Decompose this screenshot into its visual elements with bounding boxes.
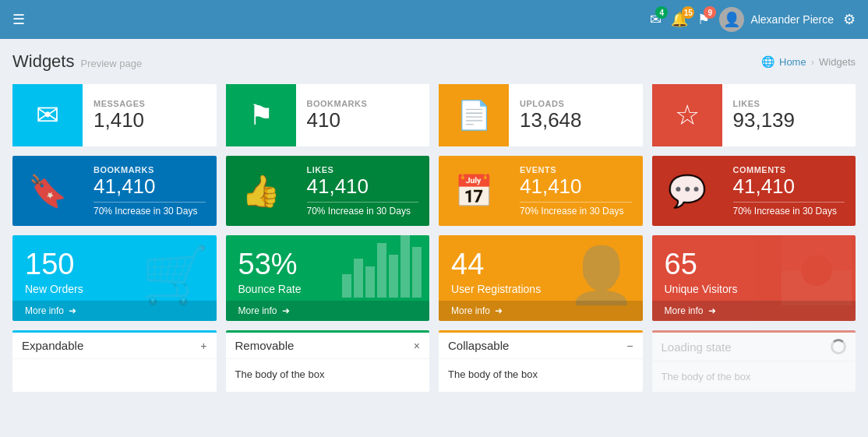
gear-icon[interactable]: ⚙ [843, 11, 856, 28]
breadcrumb-home-link[interactable]: Home [779, 56, 806, 68]
box-tools: + [200, 340, 206, 352]
box-tools: − [626, 340, 633, 352]
stat-body: LIKES 41,410 70% Increase in 30 Days [296, 156, 430, 226]
stat-icon: ✉ [12, 84, 83, 146]
stat-big-footer[interactable]: More info ➜ [12, 301, 217, 321]
box-body: The body of the box [652, 361, 856, 392]
stat-big-number: 65 [665, 248, 844, 281]
page-title: Widgets [12, 51, 74, 72]
stat-big-footer[interactable]: More info ➜ [226, 301, 430, 321]
remove-button[interactable]: × [414, 340, 420, 352]
stat-small-widget: ☆ LIKES 93,139 [652, 84, 856, 146]
stat-body: BOOKMARKS 410 [296, 84, 379, 146]
stat-big-label: New Orders [25, 283, 204, 295]
navbar-right: ✉ 4 🔔 15 ⚑ 9 👤 Alexander Pierce ⚙ [650, 7, 856, 32]
stat-value: 93,139 [733, 108, 796, 132]
stat-value: 1,410 [94, 108, 145, 132]
box-header: Loading state [652, 333, 856, 361]
box-widget-removable: Removable × The body of the box [226, 330, 430, 392]
box-widget-collapsable: Collapsable − The body of the box [439, 330, 643, 392]
box-title: Collapsable [448, 339, 509, 352]
stat-change: 70% Increase in 30 Days [94, 206, 206, 217]
stat-value: 41,410 [733, 174, 845, 203]
avatar: 👤 [719, 7, 744, 32]
flag-badge: 9 [704, 6, 716, 19]
stat-big-content: 150 New Orders [12, 235, 217, 308]
breadcrumb-home-icon: 🌐 [761, 55, 774, 68]
flag-nav-button[interactable]: ⚑ 9 [697, 11, 710, 28]
box-widget-expandable: Expandable + [12, 330, 217, 392]
more-info-label: More info [238, 305, 277, 316]
bell-badge: 15 [682, 6, 694, 19]
stat-big-number: 53% [238, 248, 418, 281]
stat-body: BOOKMARKS 41,410 70% Increase in 30 Days [83, 156, 217, 226]
stat-big-widget: 65 Unique Visitors More info ➜ [652, 235, 856, 321]
box-header: Expandable + [12, 333, 217, 359]
arrow-icon: ➜ [282, 305, 290, 316]
stat-big-widget: 👤 44 User Registrations More info ➜ [439, 235, 643, 321]
stat-small-widget: ✉ MESSAGES 1,410 [12, 84, 217, 146]
box-widget-loading: Loading state The body of the box [652, 330, 856, 392]
stat-row-3: 🛒 150 New Orders More info ➜ 53% Bounce … [12, 235, 856, 321]
box-body: The body of the box [439, 359, 643, 389]
arrow-icon: ➜ [69, 305, 76, 316]
stat-small-widget: ⚑ BOOKMARKS 410 [226, 84, 430, 146]
stat-label: MESSAGES [94, 99, 145, 108]
stat-big-content: 44 User Registrations [439, 235, 643, 308]
stat-body: MESSAGES 1,410 [83, 84, 156, 146]
box-title: Expandable [22, 339, 83, 352]
stat-label: LIKES [733, 99, 796, 108]
box-tools [831, 339, 846, 354]
stat-label: UPLOADS [520, 99, 582, 108]
box-title: Removable [235, 339, 295, 352]
stat-big-widget: 53% Bounce Rate More info ➜ [226, 235, 430, 321]
bell-nav-button[interactable]: 🔔 15 [671, 11, 688, 28]
expand-button[interactable]: + [200, 340, 206, 352]
more-info-label: More info [25, 305, 64, 316]
stat-small-widget: 📄 UPLOADS 13,648 [439, 84, 643, 146]
box-row: Expandable + Removable × The body of the… [12, 330, 856, 392]
content-wrapper: Widgets Preview page 🌐 Home › Widgets ✉ … [0, 39, 868, 404]
stat-value: 41,410 [94, 174, 206, 203]
breadcrumb: 🌐 Home › Widgets [761, 55, 856, 68]
stat-body: EVENTS 41,410 70% Increase in 30 Days [509, 156, 643, 226]
arrow-icon: ➜ [708, 305, 716, 316]
box-header: Collapsable − [439, 333, 643, 359]
navbar: ☰ ✉ 4 🔔 15 ⚑ 9 👤 Alexander Pierce ⚙ [0, 0, 868, 39]
hamburger-icon[interactable]: ☰ [12, 11, 25, 28]
mail-nav-button[interactable]: ✉ 4 [650, 11, 662, 28]
stat-medium-widget: 💬 COMMENTS 41,410 70% Increase in 30 Day… [652, 156, 856, 226]
stat-big-label: Bounce Rate [238, 283, 418, 295]
stat-row-2: 🔖 BOOKMARKS 41,410 70% Increase in 30 Da… [12, 156, 856, 226]
loading-spinner [831, 339, 846, 354]
stat-icon: ⚑ [226, 84, 296, 146]
stat-icon: 📄 [439, 84, 509, 146]
stat-big-footer[interactable]: More info ➜ [652, 301, 856, 321]
username-label: Alexander Pierce [750, 13, 834, 26]
stat-big-content: 53% Bounce Rate [226, 235, 430, 308]
stat-value: 410 [307, 108, 368, 132]
stat-label: BOOKMARKS [307, 99, 368, 108]
stat-label: EVENTS [520, 165, 632, 174]
stat-change: 70% Increase in 30 Days [307, 206, 419, 217]
stat-big-content: 65 Unique Visitors [652, 235, 856, 308]
stat-icon: 👍 [226, 156, 296, 226]
stat-medium-widget: 🔖 BOOKMARKS 41,410 70% Increase in 30 Da… [12, 156, 217, 226]
stat-label: LIKES [307, 165, 419, 174]
user-menu[interactable]: 👤 Alexander Pierce [719, 7, 834, 32]
stat-icon: 📅 [439, 156, 509, 226]
box-tools: × [414, 340, 420, 352]
more-info-label: More info [451, 305, 490, 316]
stat-medium-widget: 👍 LIKES 41,410 70% Increase in 30 Days [226, 156, 430, 226]
stat-label: COMMENTS [733, 165, 845, 174]
page-subtitle: Preview page [80, 58, 142, 69]
stat-icon: ☆ [652, 84, 722, 146]
stat-medium-widget: 📅 EVENTS 41,410 70% Increase in 30 Days [439, 156, 643, 226]
collapse-button[interactable]: − [626, 340, 633, 352]
mail-badge: 4 [655, 6, 668, 19]
stat-icon: 💬 [652, 156, 722, 226]
navbar-left: ☰ [12, 11, 25, 28]
page-header-left: Widgets Preview page [12, 51, 142, 72]
stat-big-footer[interactable]: More info ➜ [439, 301, 643, 321]
stat-value: 41,410 [520, 174, 632, 203]
